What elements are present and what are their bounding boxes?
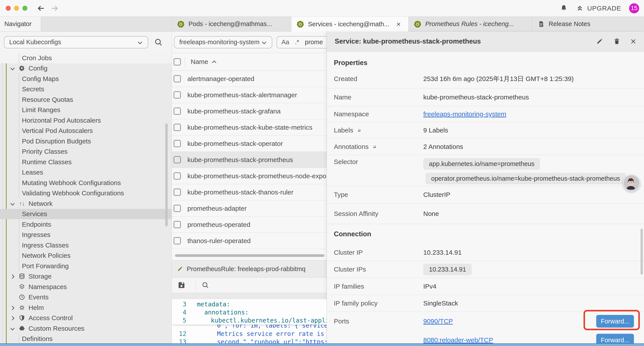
property-row-created: Created 253d 16h 6m ago (2025年1月13日 GMT+…	[327, 69, 644, 88]
back-button[interactable]	[36, 4, 45, 13]
port-line: 8080:reloader-web/TCP Forward...	[423, 331, 644, 344]
editor-tab-bar: PrometheusRule: freeleaps-prod-rabbitmq	[172, 260, 326, 277]
expand-sort-icon[interactable]	[357, 128, 362, 133]
table-row[interactable]: kube-prometheus-stack-prometheus-node-ex…	[172, 168, 326, 184]
row-checkbox[interactable]	[174, 140, 181, 147]
sidebar-item-services[interactable]: Services	[0, 209, 172, 219]
sidebar-item-limit-ranges[interactable]: Limit Ranges	[0, 105, 172, 115]
sidebar-item-definitions[interactable]: Definitions	[0, 334, 172, 344]
sidebar-item-priority-classes[interactable]: Priority Classes	[0, 146, 172, 157]
table-row[interactable]: kube-prometheus-stack-grafana	[172, 103, 326, 119]
kubeconfig-selector[interactable]: Local Kubeconfigs	[4, 36, 148, 48]
sidebar-group-network[interactable]: ↑↓ Network	[0, 198, 172, 209]
filter-input[interactable]: Aa .* prome	[277, 36, 326, 48]
tab-navigator[interactable]: Navigator	[0, 17, 41, 31]
close-tab-icon[interactable]: ×	[396, 20, 401, 28]
table-row[interactable]: prometheus-adapter	[172, 200, 326, 217]
close-window-button[interactable]	[6, 6, 11, 11]
row-checkbox[interactable]	[174, 124, 181, 131]
sidebar-item-cron-jobs[interactable]: Cron Jobs	[0, 53, 172, 63]
port-link[interactable]: 8080:reloader-web/TCP	[423, 336, 493, 344]
row-checkbox[interactable]	[174, 237, 181, 244]
sidebar-group-helm[interactable]: Helm	[0, 303, 172, 313]
chevron-right-icon	[10, 305, 15, 311]
row-checkbox[interactable]	[174, 75, 181, 82]
sidebar-item-pod-disruption-budgets[interactable]: Pod Disruption Budgets	[0, 136, 172, 146]
sidebar-item-leases[interactable]: Leases	[0, 167, 172, 178]
editor-tab-prometheusrule[interactable]: PrometheusRule: freeleaps-prod-rabbitmq	[172, 261, 326, 277]
sidebar-item-ingresses[interactable]: Ingresses	[0, 230, 172, 240]
sidebar-item-validating-webhook-configurations[interactable]: Validating Webhook Configurations	[0, 188, 172, 199]
notifications-bell-icon[interactable]	[560, 4, 568, 12]
row-checkbox[interactable]	[174, 172, 181, 180]
sidebar-item-port-forwarding[interactable]: Port Forwarding	[0, 261, 172, 271]
delete-icon[interactable]	[613, 38, 620, 45]
forward-port-button[interactable]: Forward...	[596, 315, 634, 328]
row-checkbox[interactable]	[174, 205, 181, 212]
table-row[interactable]: prometheus-operated	[172, 217, 326, 233]
sidebar-group-storage[interactable]: Storage	[0, 271, 172, 282]
expand-sort-icon[interactable]	[372, 144, 377, 149]
sidebar-group-access-control[interactable]: Access Control	[0, 313, 172, 324]
regex-toggle[interactable]: .*	[295, 38, 299, 46]
notification-count-badge[interactable]: 15	[629, 3, 639, 13]
double-chevron-up-icon	[576, 4, 584, 12]
sidebar-item-ingress-classes[interactable]: Ingress Classes	[0, 240, 172, 251]
yaml-editor[interactable]: 3metadata: 4annotations: 5kubectl.kubern…	[172, 299, 326, 344]
sidebar-group-config[interactable]: Config	[0, 63, 172, 74]
sidebar-item-secrets[interactable]: Secrets	[0, 84, 172, 95]
table-row[interactable]: kube-prometheus-stack-operator	[172, 136, 326, 152]
detail-scrollbar[interactable]	[640, 229, 643, 275]
sidebar-item-endpoints[interactable]: Endpoints	[0, 219, 172, 230]
port-link[interactable]: 9090/TCP	[423, 318, 453, 325]
sidebar-scrollbar[interactable]	[165, 123, 168, 226]
match-case-toggle[interactable]: Aa	[282, 38, 289, 46]
table-row[interactable]: kube-prometheus-stack-alertmanager	[172, 87, 326, 103]
select-all-checkbox[interactable]	[174, 58, 181, 65]
sidebar-group-custom-resources[interactable]: Custom Resources	[0, 323, 172, 334]
upgrade-button[interactable]: UPGRADE	[576, 4, 621, 12]
namespace-link[interactable]: freeleaps-monitoring-system	[423, 110, 506, 118]
table-row-selected[interactable]: kube-prometheus-stack-prometheus	[172, 152, 326, 168]
avatar[interactable]	[623, 175, 640, 192]
table-row[interactable]: kube-prometheus-stack-kube-state-metrics	[172, 119, 326, 136]
namespace-selector[interactable]: freeleaps-monitoring-system	[174, 36, 272, 48]
service-detail-panel: Service: kube-prometheus-stack-prometheu…	[327, 31, 644, 344]
minimize-window-button[interactable]	[14, 6, 19, 11]
tab-services[interactable]: Services - icecheng@math... ×	[291, 17, 408, 31]
forward-port-button[interactable]: Forward...	[596, 334, 634, 344]
zoom-window-button[interactable]	[22, 6, 28, 11]
tab-release-notes[interactable]: Release Notes	[532, 17, 644, 31]
row-checkbox[interactable]	[174, 156, 181, 163]
sidebar-search-icon[interactable]	[154, 38, 163, 47]
table-row[interactable]: thanos-ruler-operated	[172, 233, 326, 249]
close-panel-icon[interactable]: ×	[630, 36, 636, 46]
table-row[interactable]: kube-prometheus-stack-thanos-ruler	[172, 184, 326, 200]
sidebar-item-namespaces[interactable]: Namespaces	[0, 282, 172, 292]
row-checkbox[interactable]	[174, 221, 181, 228]
row-checkbox[interactable]	[174, 107, 181, 115]
sidebar-item-vertical-pod-autoscalers[interactable]: Vertical Pod Autoscalers	[0, 126, 172, 136]
save-icon[interactable]	[177, 281, 186, 290]
tab-pods[interactable]: Pods - icecheng@mathmas...	[172, 17, 291, 31]
column-header-name[interactable]: Name	[191, 58, 216, 65]
horizontal-scrollbar[interactable]	[175, 254, 324, 257]
edit-icon[interactable]	[596, 38, 603, 45]
row-checkbox[interactable]	[174, 189, 181, 196]
sidebar-item-events[interactable]: Events	[0, 292, 172, 303]
sidebar-item-config-maps[interactable]: Config Maps	[0, 74, 172, 84]
editor-search-icon[interactable]	[202, 281, 209, 289]
sidebar-item-runtime-classes[interactable]: Runtime Classes	[0, 157, 172, 167]
table-row[interactable]: alertmanager-operated	[172, 71, 326, 87]
property-row-type: Type ClusterIP	[327, 186, 644, 203]
chevron-down-icon	[261, 39, 267, 45]
sidebar-item-mutating-webhook-configurations[interactable]: Mutating Webhook Configurations	[0, 178, 172, 188]
sidebar-item-horizontal-pod-autoscalers[interactable]: Horizontal Pod Autoscalers	[0, 115, 172, 126]
forward-button[interactable]	[51, 4, 60, 13]
connection-row-cluster-ip: Cluster IP 10.233.14.91	[327, 244, 644, 261]
tab-prometheus-rules[interactable]: Prometheus Rules - icecheng...	[408, 17, 532, 31]
sidebar-item-network-policies[interactable]: Network Policies	[0, 251, 172, 261]
gear-icon	[18, 65, 26, 72]
row-checkbox[interactable]	[174, 91, 181, 98]
sidebar-item-resource-quotas[interactable]: Resource Quotas	[0, 94, 172, 105]
